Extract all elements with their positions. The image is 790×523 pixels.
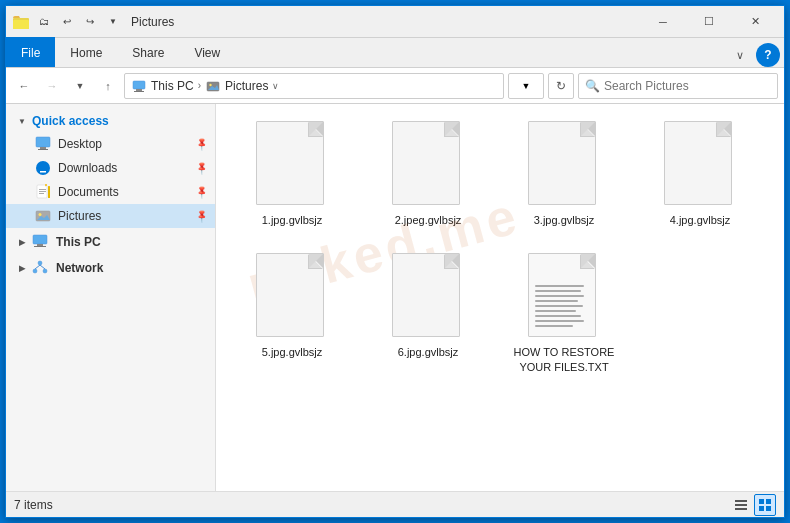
grid-view-icon — [758, 498, 772, 512]
qat-redo-btn[interactable]: ↪ — [80, 12, 100, 32]
qat-properties-btn[interactable]: 🗂 — [34, 12, 54, 32]
svg-rect-34 — [766, 499, 771, 504]
breadcrumb-expand-icon: ∨ — [272, 81, 279, 91]
address-dropdown-icon: ▼ — [522, 81, 531, 91]
svg-rect-22 — [33, 235, 47, 244]
svg-rect-18 — [48, 186, 50, 198]
file-icon-6 — [392, 253, 464, 341]
close-btn[interactable]: ✕ — [732, 6, 778, 38]
ribbon-collapse-btn[interactable]: ∨ — [728, 43, 752, 67]
txt-line-5 — [535, 305, 583, 307]
txt-line-7 — [535, 315, 581, 317]
sidebar-item-documents[interactable]: Documents 📌 — [6, 180, 215, 204]
qat-undo-btn[interactable]: ↩ — [57, 12, 77, 32]
tab-view[interactable]: View — [179, 37, 235, 67]
sidebar-item-pictures[interactable]: Pictures 📌 — [6, 204, 215, 228]
svg-rect-16 — [39, 191, 46, 192]
breadcrumb-thispc: This PC › — [131, 78, 205, 94]
sidebar-header-thispc[interactable]: ▶ This PC — [6, 230, 215, 254]
expand-quickaccess-icon: ▼ — [14, 113, 30, 129]
file-item-7[interactable]: HOW TO RESTORE YOUR FILES.TXT — [504, 246, 624, 381]
sidebar-section-quickaccess: ▼ Quick access Desktop 📌 — [6, 110, 215, 228]
txt-line-8 — [535, 320, 584, 322]
recent-locations-btn[interactable]: ▼ — [68, 74, 92, 98]
file-item-6[interactable]: 6.jpg.gvlbsjz — [368, 246, 488, 381]
file-page-3 — [528, 121, 596, 205]
back-btn[interactable]: ← — [12, 74, 36, 98]
svg-rect-2 — [133, 81, 145, 89]
ribbon: File Home Share View ∨ ? — [6, 38, 784, 68]
pictures-pin-icon: 📌 — [194, 209, 209, 224]
svg-rect-33 — [759, 499, 764, 504]
list-view-btn[interactable] — [730, 494, 752, 516]
txt-line-9 — [535, 325, 573, 327]
sidebar-quickaccess-label: Quick access — [32, 114, 109, 128]
address-bar: ← → ▼ ↑ This PC › — [6, 68, 784, 104]
tab-home[interactable]: Home — [55, 37, 117, 67]
file-fold-2 — [445, 122, 459, 136]
file-fold-5 — [309, 254, 323, 268]
ribbon-tabs: File Home Share View ∨ ? — [6, 38, 784, 68]
txt-file-content — [529, 262, 595, 336]
breadcrumb-bar[interactable]: This PC › Pictures ∨ — [124, 73, 504, 99]
title-bar: 🗂 ↩ ↪ ▼ Pictures ─ ☐ ✕ — [6, 6, 784, 38]
file-fold-3 — [581, 122, 595, 136]
status-bar: 7 items — [6, 491, 784, 517]
svg-rect-17 — [39, 193, 44, 194]
svg-point-11 — [36, 161, 50, 175]
svg-rect-4 — [134, 91, 144, 92]
tab-share[interactable]: Share — [117, 37, 179, 67]
sidebar: ▼ Quick access Desktop 📌 — [6, 104, 216, 491]
expand-thispc-icon: ▶ — [14, 234, 30, 250]
file-icon-5 — [256, 253, 328, 341]
svg-rect-15 — [39, 189, 46, 190]
grid-view-btn[interactable] — [754, 494, 776, 516]
svg-rect-30 — [735, 500, 747, 502]
tab-file[interactable]: File — [6, 37, 55, 67]
address-dropdown-btn[interactable]: ▼ — [508, 73, 544, 99]
file-icon-3 — [528, 121, 600, 209]
svg-rect-9 — [40, 147, 46, 149]
up-btn[interactable]: ↑ — [96, 74, 120, 98]
sidebar-header-quickaccess[interactable]: ▼ Quick access — [6, 110, 215, 132]
sidebar-item-desktop[interactable]: Desktop 📌 — [6, 132, 215, 156]
search-icon: 🔍 — [585, 79, 600, 93]
maximize-btn[interactable]: ☐ — [686, 6, 732, 38]
sidebar-pictures-label: Pictures — [58, 209, 196, 223]
file-area-wrapper: risked.me 1.jpg.gvlbsjz — [216, 104, 784, 491]
svg-rect-31 — [735, 504, 747, 506]
svg-point-20 — [39, 213, 42, 216]
forward-btn[interactable]: → — [40, 74, 64, 98]
file-item-5[interactable]: 5.jpg.gvlbsjz — [232, 246, 352, 381]
txt-line-1 — [535, 285, 584, 287]
svg-rect-1 — [13, 20, 29, 29]
file-name-3: 3.jpg.gvlbsjz — [534, 213, 595, 227]
file-fold-1 — [309, 122, 323, 136]
pictures-bc-icon — [205, 78, 221, 94]
explorer-window: 🗂 ↩ ↪ ▼ Pictures ─ ☐ ✕ File Home Share V… — [5, 5, 785, 518]
file-item-3[interactable]: 3.jpg.gvlbsjz — [504, 114, 624, 234]
file-name-7: HOW TO RESTORE YOUR FILES.TXT — [509, 345, 619, 374]
qat-dropdown-btn[interactable]: ▼ — [103, 12, 123, 32]
file-item-4[interactable]: 4.jpg.gvlbsjz — [640, 114, 760, 234]
breadcrumb-pictures: Pictures ∨ — [205, 78, 279, 94]
ribbon-help-btn[interactable]: ? — [756, 43, 780, 67]
file-page-5 — [256, 253, 324, 337]
sidebar-header-network[interactable]: ▶ Network — [6, 256, 215, 280]
svg-rect-35 — [759, 506, 764, 511]
search-input[interactable] — [604, 79, 771, 93]
file-page-4 — [664, 121, 732, 205]
minimize-btn[interactable]: ─ — [640, 6, 686, 38]
window-icon — [12, 13, 30, 31]
file-icon-4 — [664, 121, 736, 209]
search-box[interactable]: 🔍 — [578, 73, 778, 99]
refresh-btn[interactable]: ↻ — [548, 73, 574, 99]
file-item-2[interactable]: 2.jpeg.gvlbsjz — [368, 114, 488, 234]
file-item-1[interactable]: 1.jpg.gvlbsjz — [232, 114, 352, 234]
svg-rect-8 — [36, 137, 50, 147]
sidebar-item-downloads[interactable]: Downloads 📌 — [6, 156, 215, 180]
sidebar-thispc-label: This PC — [56, 235, 101, 249]
documents-pin-icon: 📌 — [194, 185, 209, 200]
main-area: ▼ Quick access Desktop 📌 — [6, 104, 784, 491]
sidebar-section-network: ▶ Network — [6, 256, 215, 280]
